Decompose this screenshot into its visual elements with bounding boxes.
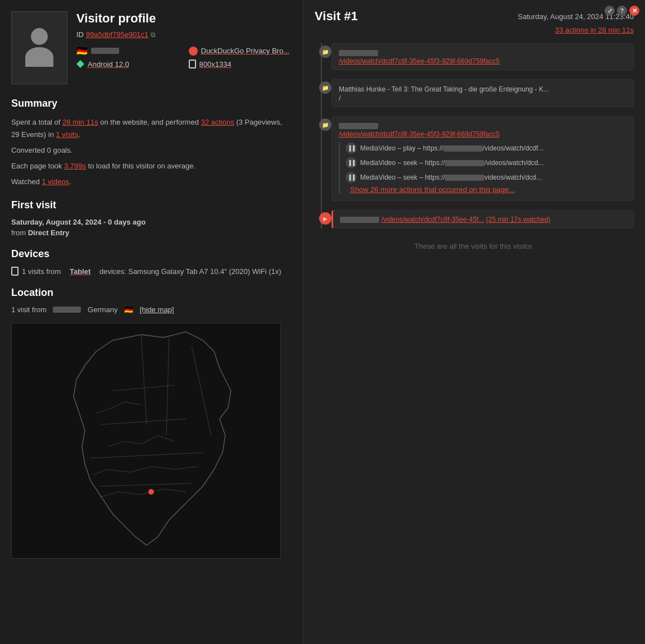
resolution-label: 800x1334 xyxy=(199,60,231,68)
visitor-id-link[interactable]: 99a5dbf795e901c1 xyxy=(86,30,148,39)
os-label: Android 12.0 xyxy=(88,60,129,68)
summary-p2: Converted 0 goals. xyxy=(11,144,292,157)
summary-visits: 1 visits xyxy=(56,130,79,139)
visitor-header: Visitor profile ID 99a5dbf795e901c1 ⧉ 🇩🇪… xyxy=(11,11,292,84)
blurred-top-3 xyxy=(339,121,626,130)
folder-icon-3: 📁 xyxy=(322,122,329,128)
media-item-2: ▐▐ MediaVideo – seek – https:///videos/w… xyxy=(346,157,626,168)
expand-button[interactable]: ⤢ xyxy=(605,6,615,16)
devices-text: 1 visits from Tablet devices: Samsung Ga… xyxy=(11,267,292,276)
blurred-play-url xyxy=(340,217,379,223)
timeline-item-play: ▶ /videos/watch/dcdf7c8f-35ee-45f... (25… xyxy=(331,210,634,229)
id-label: ID xyxy=(76,30,84,39)
media-action-2: MediaVideo – seek – https:///videos/watc… xyxy=(360,159,544,167)
summary-text: Spent a total of 28 min 11s on the websi… xyxy=(11,116,292,188)
germany-flag: 🇩🇪 xyxy=(124,305,133,314)
location-title: Location xyxy=(11,287,292,299)
avatar-silhouette xyxy=(22,28,56,67)
folder-icon-1: 📁 xyxy=(322,49,329,55)
media-dot-2: ▐▐ xyxy=(346,157,357,168)
timeline-page-title: Matthias Hunke - Teil 3: The Great Takin… xyxy=(339,85,626,93)
devices-detail: devices: Samsung Galaxy Tab A7 10.4" (20… xyxy=(99,267,281,276)
visitor-info: Visitor profile ID 99a5dbf795e901c1 ⧉ 🇩🇪… xyxy=(76,11,292,84)
first-visit-title: First visit xyxy=(11,199,292,211)
visit-title: Visit #1 xyxy=(315,9,358,24)
summary-load-suffix: to load for this visitor on average. xyxy=(88,162,196,170)
summary-videos: 1 videos xyxy=(42,177,69,186)
first-visit-date: Saturday, August 24, 2024 - 0 days ago xyxy=(11,218,292,226)
location-text: 1 visit from Germany 🇩🇪 [hide map] xyxy=(11,305,292,314)
sub-items: ▐▐ MediaVideo – play – https:///videos/w… xyxy=(339,143,626,194)
devices-bold: Tablet xyxy=(70,267,90,276)
from-label: from xyxy=(11,229,26,237)
timeline-dot-2: 📁 xyxy=(319,81,331,94)
media-action-3: MediaVideo – seek – https://videos/watch… xyxy=(360,173,542,181)
actions-count: 33 actions in 28 min 11s xyxy=(315,26,634,34)
devices-title: Devices xyxy=(11,248,292,260)
timeline-content-1: /videos/watch/dcdf7c8f-35ee-45f3-929f-66… xyxy=(331,43,634,70)
visitor-id-row: ID 99a5dbf795e901c1 ⧉ xyxy=(76,30,292,39)
actions-count-link[interactable]: 33 actions in 28 min 11s xyxy=(555,26,634,34)
media-action-1: MediaVideo – play – https:///videos/watc… xyxy=(360,144,544,152)
visitor-profile-title: Visitor profile xyxy=(76,11,292,26)
audio-icon-3: ▐▐ xyxy=(348,175,355,180)
android-icon xyxy=(76,60,84,68)
blurred-url-part-3 xyxy=(339,123,378,129)
end-message: These are all the visits for this visito… xyxy=(315,242,634,250)
summary-load-time: 3.799s xyxy=(64,162,86,170)
media-item-3: ▐▐ MediaVideo – seek – https://videos/wa… xyxy=(346,172,626,183)
folder-icon-2: 📁 xyxy=(322,85,329,91)
visit-header: Visit #1 Saturday, August 24, 2024 11:23… xyxy=(315,9,634,24)
timeline-line xyxy=(321,43,322,229)
devices-visits: 1 visits from xyxy=(22,267,61,276)
blurred-media-3 xyxy=(445,175,484,181)
summary-watched: Watched xyxy=(11,177,40,186)
browser-meta: DuckDuckGo Privacy Bro... xyxy=(189,45,292,56)
blurred-ip xyxy=(53,307,81,313)
timeline-url-3[interactable]: /videos/watch/dcdf7c8f-35ee-45f3-929f-66… xyxy=(339,130,499,138)
audio-icon-1: ▐▐ xyxy=(348,145,355,151)
play-duration: (25 min 17s watched) xyxy=(486,216,551,223)
timeline-item-1: 📁 /videos/watch/dcdf7c8f-35ee-45f3-929f-… xyxy=(331,43,634,70)
summary-p3: Each page took 3.799s to load for this v… xyxy=(11,160,292,172)
first-visit-source: from Direct Entry xyxy=(11,229,292,237)
timeline-dot-play: ▶ xyxy=(319,212,331,225)
help-button[interactable]: ? xyxy=(617,6,627,16)
timeline-dot-3: 📁 xyxy=(319,118,331,131)
blurred-url-part-1 xyxy=(339,50,378,56)
timeline-url-1[interactable]: /videos/watch/dcdf7c8f-35ee-45f3-929f-66… xyxy=(339,57,499,65)
media-dot-3: ▐▐ xyxy=(346,172,357,183)
os-meta: Android 12.0 xyxy=(76,60,180,68)
blurred-top-1 xyxy=(339,48,626,57)
summary-p1: Spent a total of 28 min 11s on the websi… xyxy=(11,116,292,141)
avatar-body xyxy=(25,47,53,67)
summary-actions[interactable]: 32 actions xyxy=(201,118,234,126)
tablet-icon xyxy=(189,60,196,68)
blurred-media-1 xyxy=(443,145,483,152)
timeline-subtitle: / xyxy=(339,94,626,102)
timeline-item-2: 📁 Matthias Hunke - Teil 3: The Great Tak… xyxy=(331,79,634,107)
play-icon: ▶ xyxy=(323,216,328,222)
browser-icon xyxy=(189,47,198,56)
blurred-region xyxy=(91,48,119,54)
flag-icon: 🇩🇪 xyxy=(76,45,88,56)
left-panel: Visitor profile ID 99a5dbf795e901c1 ⧉ 🇩🇪… xyxy=(0,0,303,644)
hide-map-link[interactable]: [hide map] xyxy=(140,305,174,314)
summary-p4: Watched 1 videos. xyxy=(11,176,292,188)
map-container xyxy=(11,323,281,559)
close-button[interactable]: ✕ xyxy=(629,6,639,16)
avatar-head xyxy=(31,28,48,45)
blurred-media-2 xyxy=(445,160,484,166)
svg-point-8 xyxy=(148,489,154,495)
audio-icon-2: ▐▐ xyxy=(348,160,355,166)
timeline-content-3: /videos/watch/dcdf7c8f-35ee-45f3-929f-66… xyxy=(331,116,634,201)
play-url[interactable]: /videos/watch/dcdf7c8f-35ee-45f... xyxy=(381,216,484,223)
media-dot-1: ▐▐ xyxy=(346,143,357,154)
source-value: Direct Entry xyxy=(28,229,70,237)
right-panel: Visit #1 Saturday, August 24, 2024 11:23… xyxy=(303,0,645,644)
show-more-link[interactable]: Show 26 more actions that occurred on th… xyxy=(350,185,626,194)
location-visit-count: 1 visit from xyxy=(11,305,47,314)
copy-icon[interactable]: ⧉ xyxy=(151,31,156,39)
media-item-1: ▐▐ MediaVideo – play – https:///videos/w… xyxy=(346,143,626,154)
country-meta: 🇩🇪 xyxy=(76,45,180,56)
